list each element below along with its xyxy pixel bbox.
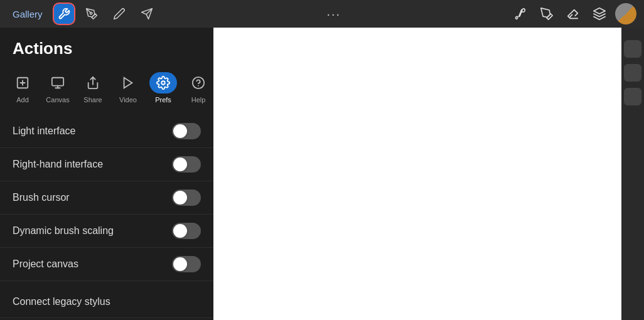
setting-light-interface[interactable]: Light interface xyxy=(0,115,213,148)
layers-icon xyxy=(593,7,606,21)
dynamic-brush-scaling-toggle[interactable] xyxy=(172,223,201,239)
right-hand-interface-toggle[interactable] xyxy=(172,156,201,173)
share-label: Share xyxy=(83,96,102,104)
panel-title: Actions xyxy=(0,28,213,66)
send-button[interactable] xyxy=(136,3,158,25)
right-hand-interface-label: Right-hand interface xyxy=(13,159,103,170)
canvas-white xyxy=(213,28,621,320)
brush-cursor-toggle[interactable] xyxy=(172,189,201,206)
right-tool-2[interactable] xyxy=(624,64,641,82)
ink-pen-button[interactable] xyxy=(536,3,557,24)
help-label: Help xyxy=(191,96,206,104)
canvas-label: Canvas xyxy=(46,96,69,104)
pen-nib-button[interactable] xyxy=(80,3,103,25)
video-icon xyxy=(121,76,135,90)
sidebar-item-add[interactable]: Add xyxy=(6,68,39,107)
sidebar-panel: Actions Add Canvas Sha xyxy=(0,28,213,320)
sidebar-item-help[interactable]: Help xyxy=(182,68,213,107)
pen-nib-icon xyxy=(85,8,98,20)
top-bar-right xyxy=(510,3,636,24)
dynamic-brush-scaling-label: Dynamic brush scaling xyxy=(13,225,114,237)
svg-point-0 xyxy=(90,13,92,14)
cursive-button[interactable] xyxy=(108,3,131,25)
svg-marker-3 xyxy=(594,8,605,14)
top-bar: Gallery ··· xyxy=(0,0,644,28)
more-options-button[interactable]: ··· xyxy=(326,7,341,21)
prefs-label: Prefs xyxy=(155,96,171,104)
setting-dynamic-brush-scaling[interactable]: Dynamic brush scaling xyxy=(0,215,213,248)
brush-cursor-label: Brush cursor xyxy=(13,192,70,203)
svg-point-12 xyxy=(161,81,165,85)
setting-project-canvas[interactable]: Project canvas xyxy=(0,248,213,281)
eraser-icon xyxy=(566,7,580,21)
canvas-area[interactable] xyxy=(213,28,621,320)
main-area: Actions Add Canvas Sha xyxy=(0,28,644,320)
layers-button[interactable] xyxy=(589,3,610,24)
wrench-button[interactable] xyxy=(53,3,75,25)
wrench-icon xyxy=(58,8,70,20)
send-icon xyxy=(141,8,153,20)
setting-right-hand-interface[interactable]: Right-hand interface xyxy=(0,148,213,181)
paintbrush-icon xyxy=(513,7,527,21)
help-icon xyxy=(191,76,205,90)
right-tools xyxy=(621,28,644,320)
cursive-icon xyxy=(113,8,126,20)
svg-marker-11 xyxy=(124,78,132,88)
light-interface-toggle[interactable] xyxy=(172,123,201,139)
right-tool-1[interactable] xyxy=(624,40,641,58)
connect-legacy-stylus-label: Connect legacy stylus xyxy=(13,296,110,307)
video-label: Video xyxy=(119,96,137,104)
paintbrush-button[interactable] xyxy=(510,3,531,24)
gallery-button[interactable]: Gallery xyxy=(8,6,48,22)
sidebar-item-share[interactable]: Share xyxy=(77,68,109,107)
svg-rect-7 xyxy=(52,78,63,86)
top-bar-center: ··· xyxy=(326,7,341,21)
ink-pen-icon xyxy=(540,7,554,21)
link-connect-legacy-stylus[interactable]: Connect legacy stylus xyxy=(0,286,213,318)
project-canvas-toggle[interactable] xyxy=(172,256,201,272)
sidebar-item-canvas[interactable]: Canvas xyxy=(41,68,74,107)
add-icon xyxy=(16,76,30,90)
toggle-settings-section: Light interface Right-hand interface Bru… xyxy=(0,115,213,286)
right-tool-3[interactable] xyxy=(624,88,641,105)
add-label: Add xyxy=(16,96,29,104)
project-canvas-label: Project canvas xyxy=(13,259,78,270)
top-bar-left: Gallery xyxy=(8,3,158,25)
link-settings-section: Connect legacy stylus Pressure and Smoot… xyxy=(0,286,213,320)
share-icon xyxy=(86,76,100,90)
sidebar-item-video[interactable]: Video xyxy=(112,68,144,107)
action-nav: Add Canvas Share Video xyxy=(0,66,213,115)
color-swatch[interactable] xyxy=(615,3,636,24)
setting-brush-cursor[interactable]: Brush cursor xyxy=(0,181,213,215)
canvas-icon xyxy=(51,76,65,90)
prefs-icon xyxy=(156,76,170,90)
eraser-button[interactable] xyxy=(562,3,584,24)
light-interface-label: Light interface xyxy=(13,125,76,137)
sidebar-item-prefs[interactable]: Prefs xyxy=(147,68,180,107)
